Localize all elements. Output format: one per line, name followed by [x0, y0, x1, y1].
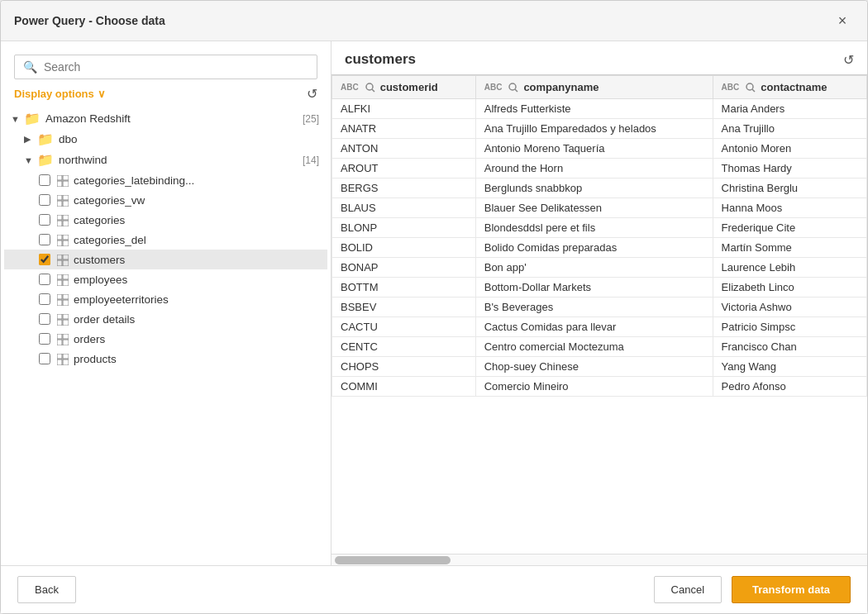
cell-contactname: Thomas Hardy — [713, 159, 866, 178]
checkbox-wrap[interactable] — [37, 212, 52, 227]
cell-customerid: BSBEV — [332, 297, 476, 317]
table-checkbox[interactable] — [39, 254, 50, 265]
svg-rect-34 — [57, 340, 62, 345]
cell-contactname: Hanna Moos — [713, 198, 866, 218]
cell-customerid: CENTC — [332, 337, 476, 357]
table-checkbox[interactable] — [39, 333, 50, 345]
cell-companyname: Bottom-Dollar Markets — [475, 278, 713, 297]
cancel-button[interactable]: Cancel — [654, 576, 722, 603]
query-icon — [746, 83, 756, 93]
col-header-companyname: ABCcompanyname — [475, 76, 713, 99]
tree-item-order_details[interactable]: order details — [4, 309, 327, 329]
cell-contactname: Pedro Afonso — [713, 377, 866, 397]
table-row: BOLIDBolido Comidas preparadasMartín Som… — [332, 238, 867, 258]
tree-item-employees[interactable]: employees — [4, 269, 327, 289]
table-checkbox[interactable] — [39, 274, 50, 285]
table-checkbox[interactable] — [39, 353, 50, 364]
checkbox-wrap[interactable] — [37, 272, 52, 287]
svg-rect-21 — [63, 274, 69, 279]
checkbox-wrap[interactable] — [37, 351, 52, 366]
table-checkbox[interactable] — [39, 293, 50, 305]
cell-companyname: Cactus Comidas para llevar — [475, 317, 713, 337]
table-checkbox[interactable] — [39, 214, 50, 226]
svg-line-45 — [752, 89, 755, 92]
refresh-right-button[interactable]: ↺ — [843, 52, 854, 68]
checkbox-wrap[interactable] — [37, 232, 52, 247]
tree-item-customers[interactable]: customers — [4, 250, 327, 269]
svg-rect-24 — [57, 294, 62, 299]
tree-item-products[interactable]: products — [4, 349, 327, 369]
cell-companyname: Berglunds snabbkop — [475, 178, 713, 198]
svg-line-43 — [515, 89, 517, 92]
svg-rect-39 — [63, 359, 69, 365]
table-row: COMMIComercio MineiroPedro Afonso — [332, 377, 867, 397]
cell-customerid: ALFKI — [332, 99, 476, 119]
data-table-wrapper[interactable]: ABCcustomeridABCcompanynameABCcontactnam… — [331, 74, 867, 554]
svg-rect-30 — [57, 320, 62, 326]
search-box: 🔍 — [14, 55, 317, 79]
svg-rect-38 — [57, 359, 62, 365]
folder-icon: 📁 — [24, 111, 41, 126]
cell-contactname: Maria Anders — [713, 99, 866, 119]
tree-item-categories_latebinding[interactable]: categories_latebinding... — [4, 170, 327, 190]
svg-rect-27 — [63, 300, 69, 306]
svg-rect-0 — [57, 175, 62, 180]
table-icon — [57, 312, 69, 326]
checkbox-wrap[interactable] — [37, 193, 52, 207]
table-checkbox[interactable] — [39, 194, 50, 206]
cell-customerid: COMMI — [332, 377, 476, 397]
table-row: CACTUCactus Comidas para llevarPatricio … — [332, 317, 867, 337]
table-checkbox[interactable] — [39, 234, 50, 245]
table-icon — [57, 174, 69, 187]
tree-item-categories_del[interactable]: categories_del — [4, 230, 327, 250]
cell-customerid: BERGS — [332, 178, 476, 198]
tree-item-label: Amazon Redshift — [45, 112, 131, 125]
close-button[interactable]: × — [831, 9, 854, 32]
svg-rect-11 — [63, 221, 69, 226]
svg-rect-1 — [63, 175, 69, 180]
horizontal-scrollbar[interactable] — [331, 554, 867, 565]
search-input[interactable] — [44, 60, 308, 74]
table-checkbox[interactable] — [39, 313, 50, 325]
tree-item-employeeterritories[interactable]: employeeterritories — [4, 289, 327, 309]
table-row: CENTCCentro comercial MoctezumaFrancisco… — [332, 337, 867, 357]
table-row: ANTONAntonio Moreno TaqueríaAntonio More… — [332, 139, 867, 159]
svg-rect-32 — [57, 334, 62, 339]
svg-rect-2 — [57, 181, 62, 187]
cell-companyname: Blauer See Delikatessen — [475, 198, 713, 218]
chevron-down-icon: ∨ — [98, 88, 106, 100]
tree-item-northwind[interactable]: ▼📁northwind[14] — [4, 150, 327, 170]
refresh-left-button[interactable]: ↺ — [307, 86, 317, 102]
checkbox-wrap[interactable] — [37, 331, 52, 346]
svg-rect-14 — [57, 240, 62, 246]
svg-point-42 — [509, 83, 516, 90]
cell-contactname: Patricio Simpsc — [713, 317, 866, 337]
transform-button[interactable]: Transform data — [732, 576, 851, 603]
tree-item-orders[interactable]: orders — [4, 329, 327, 349]
table-checkbox[interactable] — [39, 174, 50, 186]
cell-customerid: ANTON — [332, 139, 476, 159]
cell-contactname: Antonio Moren — [713, 139, 866, 159]
tree-item-dbo[interactable]: ▶📁dbo — [4, 129, 327, 150]
col-header-contactname: ABCcontactname — [713, 76, 866, 99]
tree-item-amazon[interactable]: ▼📁Amazon Redshift[25] — [4, 108, 327, 129]
checkbox-wrap[interactable] — [37, 173, 52, 188]
table-icon — [57, 273, 69, 286]
cell-customerid: BOTTM — [332, 278, 476, 297]
svg-rect-10 — [57, 221, 62, 226]
table-row: BLAUSBlauer See DelikatessenHanna Moos — [332, 198, 867, 218]
display-options-button[interactable]: Display options ∨ — [14, 88, 106, 100]
checkbox-wrap[interactable] — [37, 292, 52, 307]
tree-item-categories[interactable]: categories — [4, 210, 327, 230]
cell-customerid: BOLID — [332, 238, 476, 258]
cell-customerid: CHOPS — [332, 357, 476, 377]
tree-item-categories_vw[interactable]: categories_vw — [4, 190, 327, 210]
checkbox-wrap[interactable] — [37, 312, 52, 326]
tree-container: ▼📁Amazon Redshift[25]▶📁dbo▼📁northwind[14… — [1, 108, 331, 552]
checkbox-wrap[interactable] — [37, 252, 52, 267]
dialog-title: Power Query - Choose data — [14, 14, 165, 27]
cell-customerid: BLAUS — [332, 198, 476, 218]
back-button[interactable]: Back — [17, 576, 76, 603]
cell-customerid: AROUT — [332, 159, 476, 178]
svg-rect-17 — [63, 255, 69, 259]
